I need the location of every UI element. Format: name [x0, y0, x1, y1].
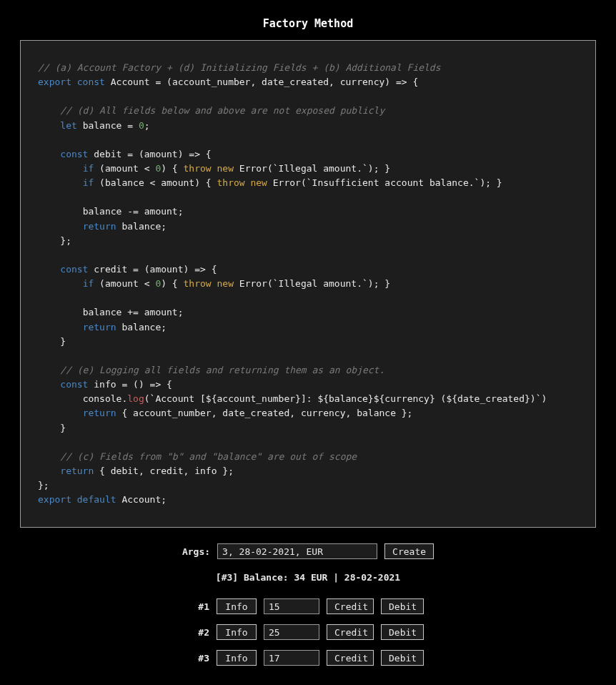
- account-row-index: #3: [192, 653, 209, 664]
- code-punct: ) => {: [178, 149, 212, 159]
- code-punct: };: [217, 465, 234, 476]
- code-panel: // (a) Account Factory + (d) Initializin…: [20, 40, 596, 528]
- code-punct: +=: [121, 307, 144, 317]
- code-identifier: amount: [144, 307, 178, 317]
- code-punct: = (: [150, 77, 172, 87]
- debit-button[interactable]: Debit: [381, 598, 424, 614]
- code-keyword: const: [77, 77, 105, 87]
- code-identifier: debit: [94, 149, 121, 159]
- debit-button[interactable]: Debit: [381, 650, 424, 666]
- code-identifier: credit: [94, 264, 127, 275]
- code-identifier: debit: [111, 465, 139, 476]
- code-punct: -=: [121, 206, 144, 217]
- code-comment: // (d) All fields below and above are no…: [60, 105, 384, 116]
- code-identifier: balance: [357, 408, 396, 418]
- code-identifier: currency: [340, 77, 385, 87]
- code-punct: ${: [317, 393, 329, 404]
- credit-button[interactable]: Credit: [327, 650, 374, 666]
- code-number: 0: [139, 120, 144, 131]
- controls-section: Args: Create [#3] Balance: 34 EUR | 28-0…: [0, 543, 616, 666]
- code-keyword: const: [60, 149, 88, 159]
- code-punct: ) {: [194, 177, 217, 188]
- code-identifier: date_created: [457, 393, 525, 404]
- credit-button[interactable]: Credit: [327, 598, 374, 614]
- account-row-index: #2: [192, 627, 209, 638]
- code-punct: ); }: [368, 163, 390, 174]
- code-punct: = (: [127, 264, 149, 275]
- args-label: Args:: [182, 546, 210, 557]
- code-identifier: Error: [239, 278, 267, 289]
- code-punct: ) {: [161, 163, 183, 174]
- code-string: `Illegal amount.`: [273, 278, 368, 289]
- args-input[interactable]: [217, 543, 377, 559]
- code-identifier: amount: [161, 177, 194, 188]
- code-punct: }: [60, 423, 66, 433]
- code-keyword: if: [83, 177, 94, 188]
- code-identifier: balance: [121, 221, 161, 232]
- code-identifier: console: [83, 393, 122, 404]
- account-row: #2InfoCreditDebit: [0, 624, 616, 640]
- code-punct: ;: [161, 221, 167, 232]
- code-punct: };: [38, 480, 49, 491]
- debit-button[interactable]: Debit: [381, 624, 424, 640]
- amount-input[interactable]: [264, 650, 319, 666]
- code-identifier: currency: [384, 393, 429, 404]
- code-identifier: amount: [105, 278, 139, 289]
- code-identifier: Account: [111, 77, 150, 87]
- code-punct: }: [429, 393, 435, 404]
- code-keyword: if: [83, 278, 94, 289]
- code-keyword: throw: [184, 163, 212, 174]
- code-comment: // (c) Fields from "b" and "balance" are…: [60, 451, 357, 462]
- info-button[interactable]: Info: [217, 598, 257, 614]
- code-identifier: account_number: [133, 408, 212, 418]
- code-identifier: amount: [150, 264, 184, 275]
- code-punct: <: [139, 163, 155, 174]
- code-punct: }: [368, 393, 374, 404]
- code-punct: };: [396, 408, 412, 418]
- code-keyword: return: [83, 408, 116, 418]
- code-identifier: amount: [105, 163, 139, 174]
- info-button[interactable]: Info: [217, 650, 257, 666]
- code-punct: ) => {: [184, 264, 217, 275]
- code-keyword: new: [217, 278, 234, 289]
- amount-input[interactable]: [264, 624, 319, 640]
- create-button[interactable]: Create: [384, 543, 434, 559]
- code-keyword: default: [77, 494, 116, 505]
- code-identifier: balance: [329, 393, 368, 404]
- code-punct: ) {: [161, 278, 183, 289]
- code-punct: }: [525, 393, 530, 404]
- code-keyword: let: [60, 120, 76, 131]
- status-line: [#3] Balance: 34 EUR | 28-02-2021: [0, 572, 616, 583]
- code-keyword: return: [60, 465, 94, 476]
- code-identifier: Account: [121, 494, 161, 505]
- code-keyword: export: [38, 77, 71, 87]
- code-punct: ,: [184, 465, 195, 476]
- code-keyword: return: [83, 221, 116, 232]
- code-punct: ,: [329, 77, 340, 87]
- code-identifier: balance: [105, 177, 144, 188]
- code-comment: // (a) Account Factory + (d) Initializin…: [38, 62, 441, 73]
- code-punct: ${: [446, 393, 457, 404]
- code-punct: ,: [212, 408, 223, 418]
- code-punct: ,: [289, 408, 301, 418]
- amount-input[interactable]: [264, 598, 319, 614]
- code-punct: ${: [206, 393, 217, 404]
- code-punct: {: [116, 408, 133, 418]
- code-identifier: balance: [83, 206, 122, 217]
- code-keyword: const: [60, 264, 88, 275]
- code-punct: <: [144, 177, 161, 188]
- credit-button[interactable]: Credit: [327, 624, 374, 640]
- code-punct: ;: [144, 120, 150, 131]
- code-keyword: new: [250, 177, 267, 188]
- code-string: `Insufficient account balance.`: [307, 177, 480, 188]
- code-punct: ;: [178, 307, 184, 317]
- code-identifier: balance: [83, 307, 122, 317]
- code-punct: =: [121, 120, 138, 131]
- account-row: #3InfoCreditDebit: [0, 650, 616, 666]
- code-punct: = (: [121, 149, 144, 159]
- code-identifier: currency: [301, 408, 346, 418]
- info-button[interactable]: Info: [217, 624, 257, 640]
- code-comment: // (e) Logging all fields and returning …: [60, 365, 384, 375]
- code-keyword: return: [83, 322, 116, 332]
- code-keyword: if: [83, 163, 94, 174]
